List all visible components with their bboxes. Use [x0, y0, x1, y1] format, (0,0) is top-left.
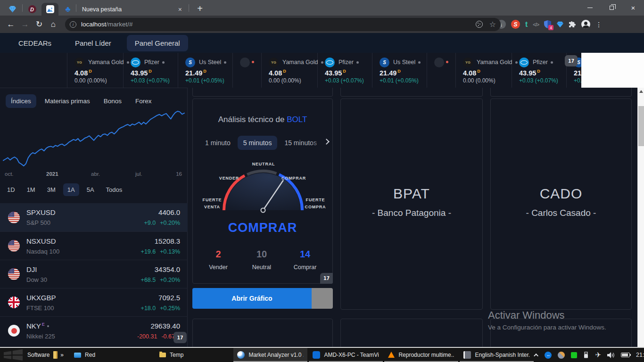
ticker-change: +0.01 (+0.05%): [185, 77, 224, 84]
interval-tab[interactable]: 1 minuto: [199, 136, 236, 150]
start-button[interactable]: [0, 348, 26, 362]
watchlist-row[interactable]: UKXGBP 7092.5 FTSE 100 +18.0+0.25%: [0, 288, 188, 316]
tray-expand-icon[interactable]: [535, 354, 538, 357]
ticker-item[interactable]: Pfizer 43.95D +0.03 (+0.07%): [318, 53, 372, 88]
ticker-logo-icon: S: [185, 58, 195, 67]
ticker-item[interactable]: Pfizer 43.95D +0.03 (+0.07%): [512, 53, 567, 88]
red-s-extension-icon[interactable]: S: [511, 20, 520, 29]
folder-icon: [159, 353, 166, 357]
watchlist-tab[interactable]: Índices: [6, 94, 36, 108]
toolbar-software-label[interactable]: Software: [27, 352, 50, 358]
shield-extension-icon[interactable]: 4: [544, 20, 551, 28]
window-minimize-button[interactable]: [579, 0, 601, 16]
tradingview-logo[interactable]: 17: [320, 273, 333, 284]
watchlist-tab[interactable]: Materias primas: [40, 94, 95, 108]
row-price: 7092.5: [158, 294, 180, 302]
browser-menu-icon[interactable]: ⋮: [595, 21, 602, 28]
battery-icon[interactable]: [621, 353, 630, 357]
forward-button[interactable]: →: [18, 20, 32, 29]
range-button[interactable]: 1A: [63, 183, 79, 196]
scrollbar-thumb[interactable]: [638, 106, 644, 146]
new-tab-button[interactable]: +: [193, 2, 206, 15]
ticker-item[interactable]: S Us Steel 21.49D +0.01 (+0.05%): [372, 53, 427, 88]
ticker-item[interactable]: YG Yamana Gold 4.08D 0.00 (0.00%): [67, 53, 124, 88]
ticker-item[interactable]: YG Yamana Gold 4.08D 0.00 (0.00%): [262, 53, 318, 88]
reload-button[interactable]: ↻: [32, 19, 46, 29]
watchlist-sparkline[interactable]: [3, 108, 185, 169]
open-chart-gray-segment[interactable]: [312, 288, 333, 309]
tab-close-icon[interactable]: ×: [176, 6, 184, 13]
range-button[interactable]: 3M: [43, 183, 60, 196]
window-restore-button[interactable]: [601, 0, 622, 16]
watchlist-tab[interactable]: Forex: [130, 94, 157, 108]
nav-item[interactable]: CEDEARs: [10, 35, 59, 51]
taskbar-app-button[interactable]: AMD-X6-PC - TeamVi...: [309, 348, 383, 362]
volume-icon[interactable]: [607, 352, 615, 358]
ticker-change: +0.03 (+0.07%): [325, 77, 364, 84]
range-button[interactable]: Todos: [102, 183, 127, 196]
axis-label: jul.: [135, 171, 142, 177]
open-chart-button[interactable]: Abrir Gráfico: [192, 288, 312, 309]
delayed-flag: D: [149, 69, 152, 74]
toolbar-red-label[interactable]: Red: [85, 352, 95, 358]
range-button[interactable]: 5A: [83, 183, 99, 196]
usb-icon[interactable]: [583, 352, 589, 359]
toolbar-expand-chevrons[interactable]: »: [60, 352, 64, 358]
watchlist-row[interactable]: DJI 34354.0 Dow 30 +68.5+0.20%: [0, 260, 188, 288]
profile-avatar[interactable]: [581, 20, 590, 29]
pinned-tab-market[interactable]: [41, 3, 58, 16]
taskbar-app-button[interactable]: Reproductor multime...: [384, 348, 458, 362]
site-info-icon[interactable]: i: [70, 21, 76, 28]
bookmark-star-icon[interactable]: ☆: [489, 20, 496, 29]
nav-item[interactable]: Panel General: [127, 35, 188, 51]
range-button[interactable]: 1M: [23, 183, 40, 196]
taskbar-apps: Market Analyzer v1.0 ... AMD-X6-PC - Tea…: [233, 348, 535, 362]
nav-item[interactable]: Panel Líder: [67, 35, 119, 51]
cookie-icon[interactable]: [476, 21, 483, 28]
ticker-item[interactable]: [427, 53, 456, 88]
teamviewer-tray-icon[interactable]: ↔: [545, 352, 552, 359]
home-button[interactable]: ⌂: [46, 20, 60, 29]
pinned-tab-d[interactable]: D: [24, 3, 41, 16]
ticker-change: +0.03 (+0.07%): [131, 77, 170, 84]
pinned-tab-gem[interactable]: [4, 3, 21, 16]
app-icon: [237, 351, 245, 359]
extensions-puzzle-icon[interactable]: [569, 21, 576, 28]
half-circle-tray-icon[interactable]: [558, 352, 565, 359]
toolbar-temp-label[interactable]: Temp: [170, 352, 183, 358]
gem-extension-icon[interactable]: [556, 21, 564, 28]
watchlist-row[interactable]: NSXUSD 15208.3 Nasdaq 100 +19.6+0.13%: [0, 231, 188, 260]
green-indicator-tray-icon[interactable]: [571, 352, 577, 358]
taskbar-clock[interactable]: 21:09: [636, 352, 644, 358]
watchlist-tab[interactable]: Bonos: [99, 94, 127, 108]
ticker-item[interactable]: S Us Steel 21.49D +0.01 (+0.05%): [178, 53, 233, 88]
watchlist-row[interactable]: NKYE 29639.40 Nikkei 225 -200.31-0.67%: [0, 316, 188, 345]
interval-tab[interactable]: 5 minutos: [238, 136, 278, 150]
ticker-item[interactable]: Pfizer 43.95D +0.03 (+0.07%): [124, 53, 178, 88]
airplane-icon[interactable]: ✈: [595, 351, 601, 359]
card-bpat[interactable]: BPAT - Banco Patagonia -: [340, 99, 483, 310]
ticker-item[interactable]: [233, 53, 262, 88]
watchlist-panel: ÍndicesMaterias primasBonosForex oct.202…: [0, 88, 188, 347]
system-tray: ↔ ✈ 21:09: [535, 348, 644, 362]
address-bar[interactable]: i localhost/market/# ☆: [65, 18, 501, 31]
tab-nueva-pestana[interactable]: Nueva pestaña ×: [76, 3, 188, 16]
window-close-button[interactable]: ×: [622, 0, 644, 16]
scrollbar-up-arrow[interactable]: [639, 90, 643, 93]
taskbar-app-button[interactable]: Market Analyzer v1.0 ...: [233, 348, 307, 362]
t-extension-icon[interactable]: t: [525, 20, 528, 29]
ticker-name: Us Steel: [199, 59, 221, 66]
back-button[interactable]: ←: [4, 20, 18, 29]
ticker-item[interactable]: YG Yamana Gold 4.08D 0.00 (0.00%): [456, 53, 512, 88]
page-scrollbar[interactable]: [637, 88, 644, 347]
watchlist-row[interactable]: SPXUSD 4406.0 S&P 500 +9.0+0.20%: [0, 203, 188, 231]
tradingview-logo[interactable]: 17: [565, 55, 578, 66]
tradingview-logo[interactable]: 17: [173, 332, 187, 343]
code-extension-icon[interactable]: </>: [533, 22, 539, 27]
delayed-flag: D: [477, 69, 480, 74]
range-button[interactable]: 1D: [3, 183, 19, 196]
taskbar-app-button[interactable]: English-Spanish Inter...: [460, 348, 534, 362]
card-cado[interactable]: CADO - Carlos Casado -: [490, 99, 632, 310]
row-price: 34354.0: [155, 265, 180, 273]
pinned-tab-club[interactable]: ♣: [59, 3, 76, 16]
